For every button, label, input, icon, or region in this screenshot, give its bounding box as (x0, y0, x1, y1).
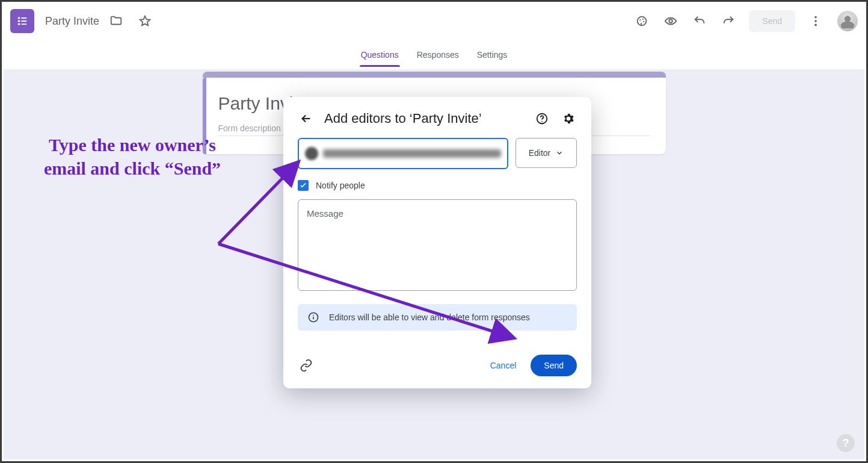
message-textarea[interactable]: Message (298, 199, 577, 291)
svg-point-7 (639, 19, 641, 20)
svg-rect-3 (21, 20, 26, 22)
customize-theme-icon[interactable] (630, 9, 654, 33)
chevron-down-icon (555, 149, 564, 157)
role-select[interactable]: Editor (516, 138, 577, 168)
top-send-button[interactable]: Send (749, 10, 795, 32)
notify-label: Notify people (316, 181, 365, 190)
tab-settings[interactable]: Settings (476, 50, 509, 67)
info-banner: Editors will be able to view and delete … (298, 304, 577, 331)
svg-point-12 (814, 20, 817, 22)
svg-point-9 (643, 21, 644, 22)
check-icon (299, 181, 307, 190)
svg-point-10 (669, 19, 673, 23)
dialog-title: Add editors to ‘Party Invite’ (324, 111, 524, 126)
back-icon[interactable] (298, 110, 315, 127)
undo-icon[interactable] (688, 9, 712, 33)
copy-link-icon[interactable] (298, 357, 315, 374)
annotation-text: Type the new owner’s email and click “Se… (39, 133, 226, 180)
people-input[interactable] (298, 138, 508, 169)
doc-title[interactable]: Party Invite (45, 15, 99, 28)
people-chip-text (323, 149, 501, 158)
svg-rect-4 (18, 23, 20, 25)
help-icon[interactable] (534, 110, 550, 127)
send-button[interactable]: Send (531, 355, 577, 376)
settings-icon[interactable] (560, 110, 577, 127)
move-to-folder-icon[interactable] (104, 9, 128, 33)
preview-icon[interactable] (659, 9, 683, 33)
svg-point-18 (313, 315, 314, 316)
tabs-row: Questions Responses Settings (2, 40, 866, 67)
account-avatar[interactable] (837, 11, 858, 31)
help-fab[interactable]: ? (837, 434, 855, 452)
svg-rect-0 (18, 17, 20, 19)
forms-logo[interactable] (10, 9, 34, 33)
more-icon[interactable] (804, 9, 828, 33)
info-text: Editors will be able to view and delete … (329, 312, 530, 322)
star-icon[interactable] (133, 9, 157, 33)
topbar: Party Invite Send (2, 2, 866, 40)
share-dialog: Add editors to ‘Party Invite’ Editor Not (283, 97, 591, 388)
svg-point-8 (642, 19, 644, 20)
svg-point-13 (814, 24, 817, 26)
svg-rect-5 (21, 23, 26, 25)
cancel-button[interactable]: Cancel (482, 356, 525, 375)
svg-rect-1 (21, 17, 26, 19)
people-chip-avatar (305, 147, 318, 160)
forms-logo-icon (16, 14, 29, 28)
editor-canvas: Party Invite Form description Add editor… (4, 69, 864, 459)
redo-icon[interactable] (716, 9, 740, 33)
role-label: Editor (529, 148, 551, 158)
svg-point-11 (814, 16, 817, 19)
tab-questions[interactable]: Questions (360, 50, 400, 67)
info-icon (307, 311, 319, 323)
svg-point-15 (541, 121, 543, 122)
tab-responses[interactable]: Responses (416, 50, 460, 67)
svg-rect-2 (18, 20, 20, 22)
notify-checkbox[interactable] (298, 180, 309, 191)
